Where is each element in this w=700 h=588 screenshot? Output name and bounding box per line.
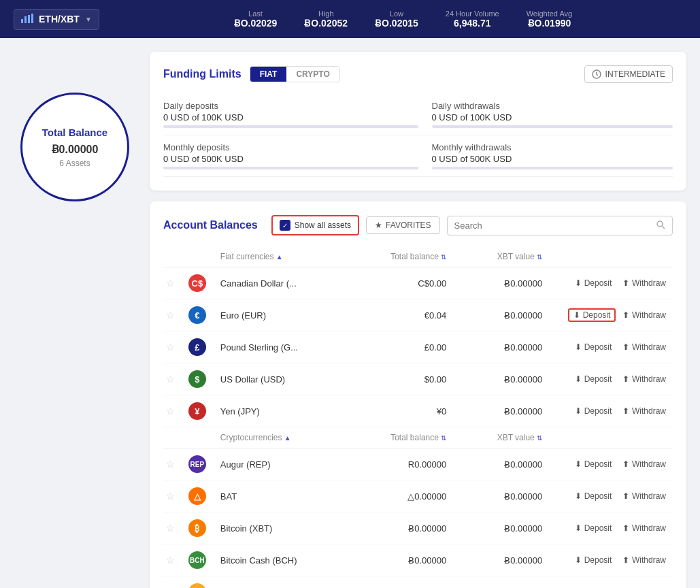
monthly-deposits-value: 0 USD of 500K USD — [163, 154, 418, 164]
total-balance-col: Total balance — [390, 252, 439, 261]
table-row: ☆ $ US Dollar (USD) $0.00 Ƀ0.00000 ⬇ Dep… — [163, 363, 673, 395]
eur-icon: € — [188, 306, 206, 324]
stat-high-label: High — [304, 10, 348, 18]
crypto-total-col: Total balance — [390, 433, 439, 442]
funding-limits-header: Funding Limits FIAT CRYPTO INTERMEDIATE — [163, 65, 673, 83]
eur-withdraw-button[interactable]: ⬆ Withdraw — [618, 309, 670, 321]
deposit-icon: ⬇ — [573, 310, 580, 320]
stat-weighted-value: ɃO.01990 — [527, 18, 572, 29]
favorite-star[interactable]: ☆ — [166, 523, 175, 534]
show-all-button[interactable]: ✓ Show all assets — [271, 215, 359, 235]
bsv-xbt: Ƀ0.00000 — [449, 576, 545, 589]
withdraw-icon: ⬆ — [622, 342, 629, 352]
usd-xbt: Ƀ0.00000 — [449, 363, 545, 395]
left-panel: Total Balance Ƀ0.00000 6 Assets — [14, 52, 136, 588]
sync-icon — [592, 69, 601, 79]
table-row: ☆ € Euro (EUR) €0.04 Ƀ0.00000 ⬇ Deposit … — [163, 299, 673, 331]
rep-deposit-button[interactable]: ⬇ Deposit — [571, 458, 616, 470]
favorites-label: FAVORITES — [386, 220, 431, 230]
monthly-withdrawals-row: Monthly withdrawals 0 USD of 500K USD — [418, 135, 673, 177]
bch-deposit-button[interactable]: ⬇ Deposit — [571, 554, 616, 566]
daily-withdrawals-label: Daily withdrawals — [432, 101, 673, 111]
crypto-section-label: Cryptocurrencies — [220, 433, 282, 442]
favorites-button[interactable]: ★ FAVORITES — [366, 216, 439, 234]
table-row: ☆ REP Augur (REP) R0.00000 Ƀ0.00000 ⬇ De… — [163, 448, 673, 480]
usd-withdraw-button[interactable]: ⬆ Withdraw — [618, 373, 670, 385]
withdraw-icon: ⬆ — [622, 310, 629, 320]
account-balances-card: Account Balances ✓ Show all assets ★ FAV… — [150, 201, 686, 588]
monthly-withdrawals-label: Monthly withdrawals — [432, 142, 673, 152]
jpy-total: ¥0 — [346, 395, 450, 427]
stat-low-label: Low — [375, 10, 418, 18]
jpy-withdraw-button[interactable]: ⬆ Withdraw — [618, 405, 670, 417]
bat-withdraw-button[interactable]: ⬆ Withdraw — [618, 490, 670, 502]
cad-xbt: Ƀ0.00000 — [449, 267, 545, 299]
bsv-icon: BSV — [188, 583, 206, 588]
gbp-deposit-button[interactable]: ⬇ Deposit — [571, 341, 616, 353]
table-row: ☆ ₿ Bitcoin (XBT) Ƀ0.00000 Ƀ0.00000 ⬇ De… — [163, 512, 673, 544]
xbt-value-col: XBT value — [497, 252, 535, 261]
table-row: ☆ £ Pound Sterling (G... £0.00 Ƀ0.00000 … — [163, 331, 673, 363]
favorite-star[interactable]: ☆ — [166, 406, 175, 416]
rep-xbt: Ƀ0.00000 — [449, 448, 545, 480]
search-icon — [656, 220, 665, 231]
deposit-icon: ⬇ — [575, 374, 582, 384]
balance-amount: Ƀ0.00000 — [52, 143, 99, 156]
intermediate-button[interactable]: INTERMEDIATE — [584, 65, 673, 83]
gbp-name: Pound Sterling (G... — [220, 342, 298, 353]
eur-deposit-button[interactable]: ⬇ Deposit — [568, 308, 616, 322]
table-row: ☆ BSV Bitcoin SV (BSV) ₿0.00000 Ƀ0.00000… — [163, 576, 673, 589]
crypto-sort-arrow: ▲ — [284, 434, 291, 442]
jpy-deposit-button[interactable]: ⬇ Deposit — [571, 405, 616, 417]
favorite-star[interactable]: ☆ — [166, 555, 175, 566]
search-box[interactable] — [447, 216, 673, 235]
favorite-star[interactable]: ☆ — [166, 491, 175, 502]
btc-withdraw-button[interactable]: ⬆ Withdraw — [618, 522, 670, 534]
favorite-star[interactable]: ☆ — [166, 278, 175, 289]
stat-weighted: Weighted Avg ɃO.01990 — [527, 10, 572, 29]
fiat-section-label: Fiat currencies — [220, 252, 274, 261]
account-balances-title: Account Balances — [163, 219, 258, 231]
table-row: ☆ ¥ Yen (JPY) ¥0 Ƀ0.00000 ⬇ Deposit ⬆ Wi… — [163, 395, 673, 427]
bch-icon: BCH — [188, 551, 206, 569]
funding-limits-card: Funding Limits FIAT CRYPTO INTERMEDIATE — [150, 52, 686, 191]
svg-rect-0 — [21, 19, 23, 23]
gbp-withdraw-button[interactable]: ⬆ Withdraw — [618, 341, 670, 353]
usd-name: US Dollar (USD) — [220, 374, 285, 385]
bch-xbt: Ƀ0.00000 — [449, 544, 545, 576]
monthly-withdrawals-value: 0 USD of 500K USD — [432, 154, 673, 164]
bch-withdraw-button[interactable]: ⬆ Withdraw — [618, 554, 670, 566]
crypto-tab[interactable]: CRYPTO — [286, 67, 339, 82]
svg-rect-2 — [28, 15, 30, 23]
stat-weighted-label: Weighted Avg — [527, 10, 572, 18]
bat-icon: △ — [188, 487, 206, 505]
eur-xbt: Ƀ0.00000 — [449, 299, 545, 331]
search-input[interactable] — [454, 220, 652, 231]
eur-name: Euro (EUR) — [220, 310, 266, 321]
stat-volume: 24 Hour Volume 6,948.71 — [446, 10, 499, 29]
favorite-star[interactable]: ☆ — [166, 374, 175, 385]
favorite-star[interactable]: ☆ — [166, 310, 175, 321]
daily-withdrawals-bar — [432, 125, 673, 128]
funding-limits-title: Funding Limits — [163, 68, 241, 80]
total-sort-arrow: ⇅ — [441, 253, 446, 261]
bch-total: Ƀ0.00000 — [346, 544, 450, 576]
btc-deposit-button[interactable]: ⬇ Deposit — [571, 522, 616, 534]
gbp-xbt: Ƀ0.00000 — [449, 331, 545, 363]
balance-title: Total Balance — [42, 126, 107, 140]
star-icon: ★ — [375, 220, 382, 230]
pair-selector[interactable]: ETH/XBT ▼ — [14, 9, 99, 30]
svg-rect-3 — [31, 14, 33, 23]
cad-deposit-button[interactable]: ⬇ Deposit — [571, 277, 616, 289]
deposit-icon: ⬇ — [575, 278, 582, 288]
bat-deposit-button[interactable]: ⬇ Deposit — [571, 490, 616, 502]
svg-point-5 — [657, 221, 663, 227]
favorite-star[interactable]: ☆ — [166, 342, 175, 353]
deposit-icon: ⬇ — [575, 342, 582, 352]
cad-withdraw-button[interactable]: ⬆ Withdraw — [618, 277, 670, 289]
rep-withdraw-button[interactable]: ⬆ Withdraw — [618, 458, 670, 470]
stat-volume-label: 24 Hour Volume — [446, 10, 499, 18]
fiat-tab[interactable]: FIAT — [250, 67, 287, 82]
favorite-star[interactable]: ☆ — [166, 459, 175, 470]
usd-deposit-button[interactable]: ⬇ Deposit — [571, 373, 616, 385]
